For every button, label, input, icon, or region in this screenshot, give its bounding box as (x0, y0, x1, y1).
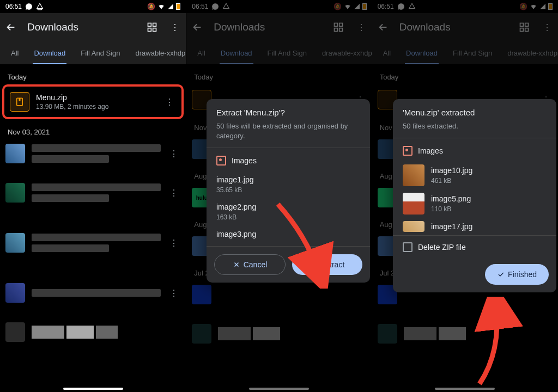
tab-drawable[interactable]: drawable-xxhdpi-v4 (500, 41, 558, 64)
list-item[interactable]: ⋮ (0, 279, 186, 307)
status-bar: 06:51 🔕 (0, 0, 186, 13)
delete-zip-row[interactable]: Delete ZIP file (393, 236, 556, 256)
tab-fill-sign[interactable]: Fill And Sign (445, 41, 500, 64)
grid-view-icon[interactable] (518, 21, 531, 34)
drive-icon (222, 3, 230, 10)
finished-dialog: 'Menu.zip' extracted 50 files extracted.… (393, 99, 556, 292)
file-more-icon[interactable]: ⋮ (167, 288, 180, 298)
clock: 06:51 (192, 3, 208, 10)
tab-bar: All Download Fill And Sign drawable-xxhd… (372, 41, 558, 64)
svg-rect-8 (339, 28, 342, 32)
image-item: image3.png (216, 225, 360, 243)
wifi-icon (344, 3, 351, 10)
image-item: image10.jpg 461 kB (403, 161, 547, 189)
file-more-icon[interactable]: ⋮ (163, 97, 176, 107)
app-icon (5, 233, 25, 253)
overflow-icon[interactable]: ⋮ (541, 21, 554, 34)
section-today: Today (186, 64, 372, 84)
highlighted-file: Menu.zip 13.90 MB, 2 minutes ago ⋮ (2, 84, 184, 119)
file-row-menu-zip[interactable]: Menu.zip 13.90 MB, 2 minutes ago ⋮ (4, 87, 181, 117)
page-title: Downloads (214, 21, 322, 33)
image-item: image5.png 110 kB (403, 189, 547, 218)
page-title: Downloads (399, 21, 508, 33)
nav-pill[interactable] (249, 388, 309, 390)
nav-pill[interactable] (435, 388, 495, 390)
tab-download[interactable]: Download (26, 41, 73, 64)
image-item: image17.jpg (403, 218, 547, 232)
whatsapp-icon (211, 3, 219, 10)
cancel-button[interactable]: Cancel (214, 254, 286, 275)
bell-off-icon: 🔕 (147, 3, 155, 10)
dialog-title: 'Menu.zip' extracted (403, 108, 547, 117)
tab-all[interactable]: All (3, 41, 26, 64)
file-more-icon[interactable]: ⋮ (167, 149, 180, 159)
tab-drawable[interactable]: drawable-xxhdpi-v4 (128, 41, 186, 64)
svg-rect-10 (525, 23, 529, 27)
image-item: image2.png 163 kB (216, 198, 360, 225)
extract-button[interactable]: Extract (292, 254, 362, 275)
app-bar: Downloads ⋮ (372, 13, 558, 41)
checkbox-icon[interactable] (403, 242, 413, 252)
bell-off-icon: 🔕 (519, 3, 527, 10)
svg-rect-0 (148, 23, 151, 27)
back-icon[interactable] (191, 21, 204, 34)
list-item[interactable] (186, 280, 372, 309)
whatsapp-icon (25, 3, 33, 10)
tab-download[interactable]: Download (398, 41, 445, 64)
overflow-icon[interactable]: ⋮ (168, 21, 181, 34)
zip-icon (10, 92, 29, 112)
overflow-icon[interactable]: ⋮ (355, 21, 368, 34)
svg-rect-7 (334, 28, 337, 32)
section-images: Images (232, 156, 257, 165)
file-name: Menu.zip (36, 93, 156, 102)
battery-icon (362, 3, 367, 10)
list-item[interactable]: ⋮ (0, 229, 186, 257)
back-icon[interactable] (4, 21, 17, 34)
file-more-icon[interactable]: ⋮ (167, 188, 180, 198)
file-more-icon[interactable]: ⋮ (167, 238, 180, 248)
tab-fill-sign[interactable]: Fill And Sign (73, 41, 128, 64)
list-item[interactable]: ⋮ (0, 179, 186, 207)
signal-icon (167, 3, 174, 10)
finished-button[interactable]: Finished (485, 264, 549, 285)
page-title: Downloads (27, 21, 136, 33)
grid-view-icon[interactable] (332, 21, 345, 34)
svg-rect-9 (520, 23, 523, 27)
tab-all[interactable]: All (375, 41, 398, 64)
tab-bar: All Download Fill And Sign drawable-xxhd… (0, 41, 186, 64)
clock: 06:51 (378, 3, 394, 10)
list-item[interactable] (372, 320, 558, 348)
app-icon (5, 144, 25, 163)
tab-all[interactable]: All (190, 41, 213, 64)
extract-dialog: Extract 'Menu.zip'? 50 files will be ext… (207, 99, 370, 283)
tab-download[interactable]: Download (213, 41, 260, 64)
list-item[interactable]: ⋮ (0, 139, 186, 168)
bell-off-icon: 🔕 (333, 3, 342, 10)
battery-icon (176, 3, 180, 10)
grid-view-icon[interactable] (145, 21, 159, 34)
signal-icon (354, 3, 360, 10)
images-icon (216, 156, 226, 166)
back-icon[interactable] (377, 21, 390, 34)
dialog-title: Extract 'Menu.zip'? (216, 108, 360, 117)
list-item[interactable] (0, 318, 186, 346)
wifi-icon (157, 3, 165, 10)
dialog-subtitle: 50 files will be extracted and organised… (216, 121, 360, 141)
dialog-subtitle: 50 files extracted. (403, 121, 547, 131)
file-meta: 13.90 MB, 2 minutes ago (36, 103, 156, 111)
tab-fill-sign[interactable]: Fill And Sign (260, 41, 314, 64)
images-icon (403, 146, 413, 156)
list-item[interactable] (186, 320, 372, 348)
whatsapp-icon (397, 3, 405, 10)
drive-icon (36, 3, 44, 10)
tab-drawable[interactable]: drawable-xxhdpi-v4 (314, 41, 372, 64)
app-icon (5, 283, 25, 303)
clock: 06:51 (5, 3, 22, 10)
svg-rect-5 (334, 23, 337, 27)
svg-rect-1 (153, 23, 156, 27)
app-icon (5, 183, 25, 203)
image-item: image1.jpg 35.65 kB (216, 171, 360, 198)
nav-pill[interactable] (63, 388, 123, 390)
app-bar: Downloads ⋮ (0, 13, 186, 41)
app-bar: Downloads ⋮ (186, 13, 372, 41)
